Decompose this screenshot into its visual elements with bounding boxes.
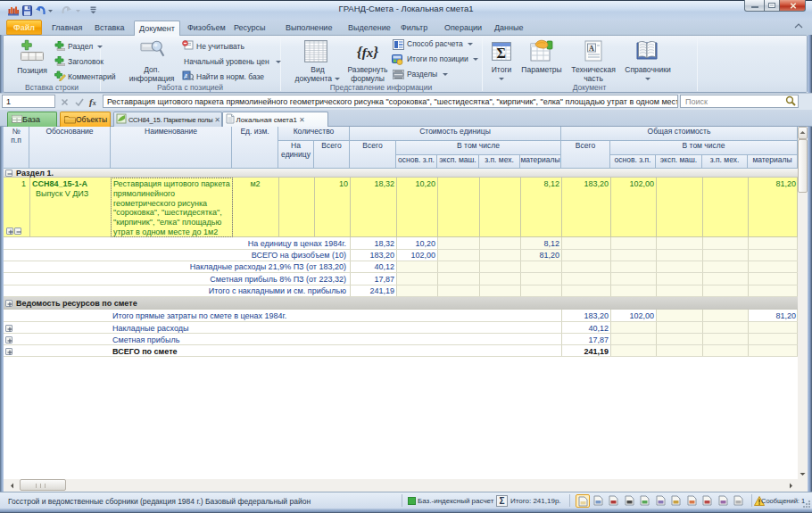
svg-text:A: A — [589, 45, 594, 53]
svg-text:Σ: Σ — [497, 46, 506, 61]
